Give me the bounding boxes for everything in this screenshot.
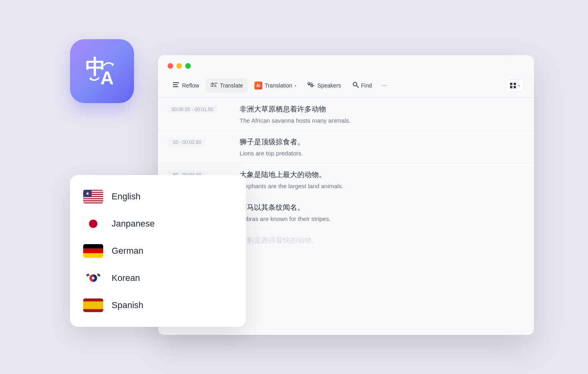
- svg-rect-30: [83, 201, 103, 203]
- flag-de: [83, 244, 104, 258]
- svg-rect-28: [83, 199, 103, 201]
- svg-rect-14: [510, 83, 512, 85]
- chinese-text: 非洲大草原栖息着许多动物: [240, 104, 524, 114]
- svg-rect-17: [514, 86, 516, 88]
- english-text: Lions are top predators.: [240, 150, 524, 157]
- svg-text:★: ★: [86, 191, 90, 196]
- svg-rect-26: [83, 197, 103, 198]
- time-badge: 00:00.00 - 00:01.50: [168, 105, 217, 114]
- speakers-label: Speakers: [317, 82, 341, 89]
- search-icon: [352, 82, 359, 90]
- svg-text:A: A: [100, 68, 113, 88]
- reflow-label: Reflow: [182, 82, 199, 89]
- language-item-japanese[interactable]: Janpanese: [70, 210, 246, 237]
- reflow-icon: [172, 82, 180, 89]
- chinese-text: 斑马以其条纹闻名。: [240, 203, 524, 212]
- svg-rect-38: [83, 253, 103, 258]
- language-item-english[interactable]: ★ English: [70, 183, 246, 210]
- svg-rect-31: [83, 203, 103, 204]
- flag-es: [83, 298, 104, 312]
- speakers-icon: [308, 82, 315, 90]
- language-item-german[interactable]: German: [70, 237, 246, 265]
- ai-icon: Ai: [254, 82, 262, 90]
- app-icon-text: 中 A: [82, 53, 122, 89]
- language-item-korean[interactable]: Korean: [70, 265, 246, 292]
- language-name: Korean: [112, 273, 140, 283]
- language-name: Spanish: [112, 300, 144, 310]
- subtitle-row: .50 - 00:02.80 狮子是顶级掠食者。 Lions are top p…: [158, 131, 534, 163]
- chinese-text: 大象是陆地上最大的动物。: [240, 170, 524, 179]
- subtitle-row: 00:00.00 - 00:01.50 非洲大草原栖息着许多动物 The Afr…: [158, 98, 534, 131]
- app-icon: 中 A: [70, 39, 134, 103]
- svg-line-13: [356, 86, 358, 88]
- chevron-down-icon: ▾: [294, 84, 296, 88]
- english-text: Zebras are known for their stripes.: [240, 215, 524, 222]
- translate-button[interactable]: 中 A Translate: [206, 78, 248, 93]
- svg-point-10: [311, 85, 313, 87]
- time-badge: .50 - 00:02.80: [168, 138, 205, 147]
- svg-rect-16: [510, 86, 512, 88]
- reflow-button[interactable]: Reflow: [168, 79, 204, 92]
- language-picker-panel: ★ English Janpanese: [70, 175, 246, 327]
- language-name: Janpanese: [112, 219, 155, 229]
- svg-rect-15: [514, 83, 516, 85]
- toolbar: Reflow 中 A Translate Ai Translation ▾: [158, 75, 534, 98]
- find-button[interactable]: Find: [348, 79, 377, 92]
- scene: 中 A: [54, 31, 534, 343]
- svg-rect-29: [83, 200, 103, 201]
- translate-icon: 中 A: [210, 81, 218, 90]
- speakers-button[interactable]: Speakers: [303, 79, 346, 92]
- english-text: Elephants are the largest land animals.: [240, 183, 524, 189]
- language-item-spanish[interactable]: Spanish: [70, 292, 246, 319]
- language-name: English: [112, 191, 140, 202]
- svg-point-9: [308, 83, 310, 85]
- flag-jp: [83, 217, 104, 231]
- window-controls: [158, 55, 534, 75]
- flag-kr: [83, 271, 104, 285]
- svg-text:A: A: [214, 84, 217, 88]
- translate-label: Translate: [220, 82, 243, 89]
- svg-point-35: [89, 219, 97, 228]
- svg-rect-47: [83, 301, 103, 309]
- svg-point-41: [92, 277, 94, 279]
- close-button[interactable]: [168, 63, 173, 69]
- english-text: The African savanna hosts many animals.: [240, 117, 524, 124]
- view-toggle-button[interactable]: ▾: [506, 80, 524, 92]
- chinese-text: 猎豹是跑得最快的动物。: [240, 235, 524, 245]
- find-label: Find: [361, 82, 372, 89]
- more-options-button[interactable]: ···: [378, 79, 390, 92]
- flag-us: ★: [83, 189, 104, 204]
- svg-rect-37: [83, 249, 103, 253]
- svg-rect-36: [83, 244, 103, 249]
- chinese-text: 狮子是顶级掠食者。: [240, 137, 524, 147]
- language-name: German: [112, 246, 143, 256]
- minimize-button[interactable]: [176, 63, 182, 69]
- translation-label: Translation: [265, 82, 292, 89]
- chevron-down-icon: ▾: [518, 84, 520, 88]
- translation-button[interactable]: Ai Translation ▾: [250, 79, 302, 92]
- maximize-button[interactable]: [185, 63, 191, 69]
- svg-rect-27: [83, 198, 103, 199]
